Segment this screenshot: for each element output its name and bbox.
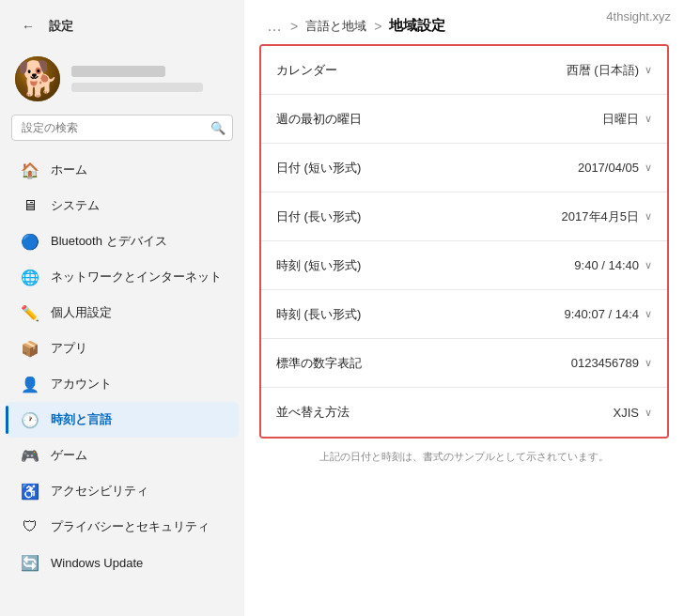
sidebar-item-label-network: ネットワークとインターネット [51,269,222,285]
settings-row-6[interactable]: 標準の数字表記0123456789∨ [261,339,667,388]
sidebar-item-gaming[interactable]: 🎮ゲーム [6,438,239,473]
settings-row-3[interactable]: 日付 (長い形式)2017年4月5日∨ [261,192,667,241]
accessibility-icon: ♿ [21,482,39,500]
sidebar-item-accounts[interactable]: 👤アカウント [6,366,239,402]
settings-value-5: 9:40:07 / 14:4 [564,307,639,321]
sidebar-item-time[interactable]: 🕐時刻と言語 [6,402,239,438]
main-content: 4thsight.xyz … > 言語と地域 > 地域設定 カレンダー西暦 (日… [244,0,684,616]
user-profile [0,49,244,115]
dropdown-arrow-7: ∨ [645,407,652,419]
settings-label-0: カレンダー [276,62,567,79]
settings-value-wrap-2: 2017/04/05∨ [578,161,652,175]
sidebar: ← 設定 🔍 🏠ホーム🖥システム🔵Bluetooth とデバイス🌐ネットワークと… [0,0,244,616]
settings-value-wrap-7: XJIS∨ [614,406,652,420]
time-icon: 🕐 [21,410,39,429]
settings-label-3: 日付 (長い形式) [276,208,562,225]
settings-label-4: 時刻 (短い形式) [276,257,574,274]
user-name-placeholder [71,66,165,77]
avatar [15,56,60,101]
settings-row-0[interactable]: カレンダー西暦 (日本語)∨ [261,46,667,95]
dropdown-arrow-0: ∨ [645,64,652,76]
system-icon: 🖥 [21,196,39,215]
back-button[interactable]: ← [15,13,41,39]
windows-update-icon: 🔄 [21,553,39,572]
watermark: 4thsight.xyz [606,9,671,23]
bluetooth-icon: 🔵 [21,232,39,251]
breadcrumb-current: 地域設定 [389,17,445,35]
dropdown-arrow-6: ∨ [645,357,652,369]
settings-label-2: 日付 (短い形式) [276,160,578,177]
sidebar-item-apps[interactable]: 📦アプリ [6,331,239,366]
footer-note: 上記の日付と時刻は、書式のサンプルとして示されています。 [244,442,684,470]
settings-label-7: 並べ替え方法 [276,404,614,421]
sidebar-item-label-home: ホーム [51,162,87,178]
sidebar-item-personalization[interactable]: ✏️個人用設定 [6,295,239,331]
settings-value-0: 西暦 (日本語) [567,62,639,79]
sidebar-item-label-accounts: アカウント [51,376,112,393]
settings-value-wrap-5: 9:40:07 / 14:4∨ [564,307,652,321]
avatar-image [15,56,60,101]
search-box: 🔍 [11,115,233,141]
sidebar-item-network[interactable]: 🌐ネットワークとインターネット [6,259,239,295]
sidebar-item-label-personalization: 個人用設定 [51,304,112,321]
breadcrumb-dots: … [267,18,283,35]
settings-value-wrap-0: 西暦 (日本語)∨ [567,62,652,79]
settings-value-wrap-4: 9:40 / 14:40∨ [574,258,652,272]
dropdown-arrow-3: ∨ [645,210,652,223]
settings-table: カレンダー西暦 (日本語)∨週の最初の曜日日曜日∨日付 (短い形式)2017/0… [259,44,669,439]
settings-row-5[interactable]: 時刻 (長い形式)9:40:07 / 14:4∨ [261,290,667,339]
accounts-icon: 👤 [21,375,39,393]
dropdown-arrow-1: ∨ [645,113,652,125]
sidebar-item-label-accessibility: アクセシビリティ [51,483,148,500]
settings-row-1[interactable]: 週の最初の曜日日曜日∨ [261,95,667,144]
network-icon: 🌐 [21,268,39,286]
sidebar-item-label-gaming: ゲーム [51,447,87,464]
settings-value-6: 0123456789 [571,356,639,370]
dropdown-arrow-4: ∨ [645,259,652,271]
gaming-icon: 🎮 [21,446,39,465]
sidebar-item-privacy[interactable]: 🛡プライバシーとセキュリティ [6,509,239,545]
settings-value-3: 2017年4月5日 [562,208,639,225]
settings-value-4: 9:40 / 14:40 [574,258,639,272]
settings-row-2[interactable]: 日付 (短い形式)2017/04/05∨ [261,144,667,192]
sidebar-item-label-time: 時刻と言語 [51,411,112,428]
dropdown-arrow-2: ∨ [645,162,652,174]
privacy-icon: 🛡 [21,517,39,536]
user-info [71,66,229,92]
sidebar-item-home[interactable]: 🏠ホーム [6,152,239,188]
settings-value-wrap-6: 0123456789∨ [571,356,652,370]
sidebar-item-windows-update[interactable]: 🔄Windows Update [6,545,239,580]
sidebar-item-bluetooth[interactable]: 🔵Bluetooth とデバイス [6,223,239,259]
user-sub-placeholder [71,83,203,92]
settings-value-7: XJIS [614,406,639,420]
sidebar-item-system[interactable]: 🖥システム [6,188,239,223]
nav-list: 🏠ホーム🖥システム🔵Bluetooth とデバイス🌐ネットワークとインターネット… [0,152,244,616]
sidebar-header: ← 設定 [0,0,244,49]
apps-icon: 📦 [21,339,39,358]
settings-value-2: 2017/04/05 [578,161,639,175]
breadcrumb-sep-1: > [290,19,298,34]
search-input[interactable] [11,115,233,141]
settings-label-6: 標準の数字表記 [276,355,571,372]
personalization-icon: ✏️ [21,303,39,322]
sidebar-item-label-system: システム [51,197,100,214]
sidebar-item-label-apps: アプリ [51,340,87,357]
sidebar-item-label-bluetooth: Bluetooth とデバイス [51,233,167,250]
breadcrumb-link[interactable]: 言語と地域 [305,18,366,35]
sidebar-item-accessibility[interactable]: ♿アクセシビリティ [6,473,239,509]
search-icon: 🔍 [210,121,225,135]
sidebar-item-label-privacy: プライバシーとセキュリティ [51,518,210,535]
sidebar-item-label-windows-update: Windows Update [51,556,143,570]
settings-value-1: 日曜日 [602,111,639,128]
sidebar-title: 設定 [49,18,73,35]
settings-value-wrap-3: 2017年4月5日∨ [562,208,652,225]
settings-row-4[interactable]: 時刻 (短い形式)9:40 / 14:40∨ [261,241,667,290]
settings-value-wrap-1: 日曜日∨ [602,111,652,128]
settings-row-7[interactable]: 並べ替え方法XJIS∨ [261,388,667,437]
home-icon: 🏠 [21,161,39,179]
settings-label-1: 週の最初の曜日 [276,111,602,128]
dropdown-arrow-5: ∨ [645,308,652,320]
breadcrumb-sep-2: > [374,19,381,34]
settings-label-5: 時刻 (長い形式) [276,306,564,323]
